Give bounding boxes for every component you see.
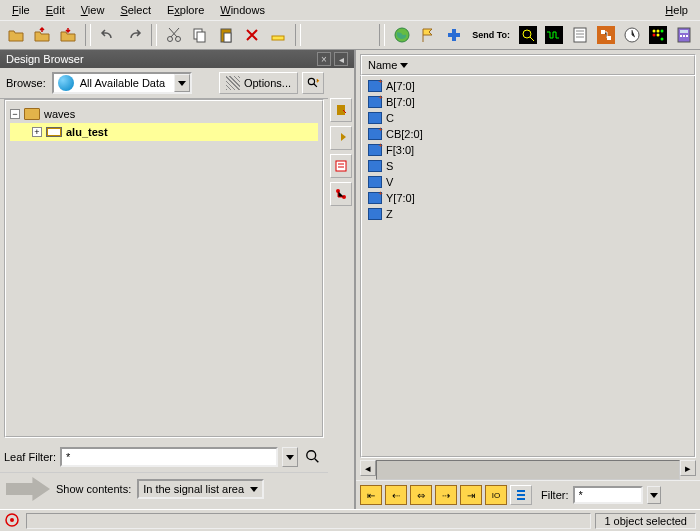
highlight-button[interactable] xyxy=(266,23,290,47)
tree-child-row[interactable]: + alu_test xyxy=(10,123,318,141)
status-selection: 1 object selected xyxy=(595,513,696,529)
menu-view[interactable]: View xyxy=(73,2,113,18)
signal-label: V xyxy=(386,176,393,188)
signal-list[interactable]: A[7:0]B[7:0]CCB[2:0]F[3:0]SVY[7:0]Z xyxy=(360,76,696,458)
redo-button[interactable] xyxy=(122,23,146,47)
send-wave-button[interactable] xyxy=(542,23,566,47)
signal-list-panel: Name A[7:0]B[7:0]CCB[2:0]F[3:0]SVY[7:0]Z… xyxy=(356,50,700,509)
scroll-right-button[interactable]: ▸ xyxy=(680,460,696,476)
sendto-label: Send To: xyxy=(472,30,510,40)
side-button-column xyxy=(328,68,354,509)
svg-rect-30 xyxy=(336,161,346,171)
signal-label: C xyxy=(386,112,394,124)
send-block-button[interactable] xyxy=(594,23,618,47)
menu-explore[interactable]: Explore xyxy=(159,2,212,18)
svg-point-22 xyxy=(661,38,664,41)
signal-row[interactable]: S xyxy=(364,158,692,174)
menu-file[interactable]: File xyxy=(4,2,38,18)
open-up-button[interactable] xyxy=(30,23,54,47)
chevron-down-icon[interactable] xyxy=(174,74,190,92)
signal-row[interactable]: C xyxy=(364,110,692,126)
svg-point-29 xyxy=(307,451,316,460)
scroll-left-button[interactable]: ◂ xyxy=(360,460,376,476)
paste-button[interactable] xyxy=(214,23,238,47)
signal-row[interactable]: CB[2:0] xyxy=(364,126,692,142)
nav-last-button[interactable]: ⇥ xyxy=(460,485,482,505)
globe-icon xyxy=(58,75,74,91)
collapse-icon[interactable]: − xyxy=(10,109,20,119)
nav-prev-button[interactable]: ⇠ xyxy=(385,485,407,505)
scroll-track[interactable] xyxy=(376,460,680,480)
leaf-filter-search-button[interactable] xyxy=(302,446,324,468)
signal-row[interactable]: Y[7:0] xyxy=(364,190,692,206)
signal-row[interactable]: Z xyxy=(364,206,692,222)
svg-point-19 xyxy=(661,30,664,33)
status-icon[interactable] xyxy=(4,512,22,530)
chevron-down-icon xyxy=(250,487,258,492)
flag-tool-button[interactable] xyxy=(416,23,440,47)
svg-point-28 xyxy=(308,78,314,84)
panel-collapse-icon[interactable]: ◂ xyxy=(334,52,348,66)
signal-label: B[7:0] xyxy=(386,96,415,108)
send-search-button[interactable] xyxy=(516,23,540,47)
search-scope-button[interactable] xyxy=(302,72,324,94)
cut-button[interactable] xyxy=(162,23,186,47)
delete-button[interactable] xyxy=(240,23,264,47)
side-btn-2[interactable] xyxy=(330,126,352,150)
globe-tool-button[interactable] xyxy=(390,23,414,47)
options-button[interactable]: Options... xyxy=(219,72,298,94)
browse-combo[interactable]: All Available Data xyxy=(52,72,192,94)
open-down-button[interactable] xyxy=(56,23,80,47)
tree-root-row[interactable]: − waves xyxy=(10,105,318,123)
signal-label: F[3:0] xyxy=(386,144,414,156)
filter-dropdown[interactable] xyxy=(647,486,661,504)
expand-icon[interactable]: + xyxy=(32,127,42,137)
undo-button[interactable] xyxy=(96,23,120,47)
horizontal-scrollbar[interactable]: ◂ ▸ xyxy=(360,460,696,480)
sort-desc-icon xyxy=(400,63,408,68)
tree-child-label: alu_test xyxy=(66,126,108,138)
nav-next-button[interactable]: ⇢ xyxy=(435,485,457,505)
folder-icon xyxy=(24,108,40,120)
nav-first-button[interactable]: ⇤ xyxy=(360,485,382,505)
menu-help[interactable]: Help xyxy=(657,2,696,18)
menu-edit[interactable]: Edit xyxy=(38,2,73,18)
nav-both-button[interactable]: ⇔ xyxy=(410,485,432,505)
send-doc-button[interactable] xyxy=(568,23,592,47)
side-btn-3[interactable] xyxy=(330,154,352,178)
signal-icon xyxy=(368,112,382,124)
signal-row[interactable]: A[7:0] xyxy=(364,78,692,94)
filter-config-button[interactable] xyxy=(510,485,532,505)
signal-row[interactable]: B[7:0] xyxy=(364,94,692,110)
filter-input[interactable] xyxy=(573,486,643,504)
nav-mark-button[interactable]: IO xyxy=(485,485,507,505)
signal-row[interactable]: F[3:0] xyxy=(364,142,692,158)
leaf-filter-row: Leaf Filter: xyxy=(0,442,328,472)
status-message xyxy=(26,513,591,529)
leaf-filter-dropdown[interactable] xyxy=(282,447,298,467)
tree-root-label: waves xyxy=(44,108,75,120)
show-contents-combo[interactable]: In the signal list area xyxy=(137,479,264,499)
name-column-header[interactable]: Name xyxy=(360,54,696,76)
add-tool-button[interactable] xyxy=(442,23,466,47)
send-measure-button[interactable] xyxy=(620,23,644,47)
menu-windows[interactable]: Windows xyxy=(212,2,273,18)
send-calc-button[interactable] xyxy=(672,23,696,47)
leaf-filter-input[interactable] xyxy=(60,447,278,467)
copy-button[interactable] xyxy=(188,23,212,47)
signal-label: Y[7:0] xyxy=(386,192,415,204)
side-btn-1[interactable] xyxy=(330,98,352,122)
bus-signal-icon xyxy=(368,192,382,204)
panel-close-icon[interactable]: × xyxy=(317,52,331,66)
menu-bar: File Edit View Select Explore Windows He… xyxy=(0,0,700,20)
signal-icon xyxy=(368,208,382,220)
side-btn-4[interactable] xyxy=(330,182,352,206)
svg-rect-14 xyxy=(607,36,611,40)
svg-rect-24 xyxy=(680,30,688,33)
open-button[interactable] xyxy=(4,23,28,47)
svg-point-17 xyxy=(653,30,656,33)
menu-select[interactable]: Select xyxy=(112,2,159,18)
send-matrix-button[interactable] xyxy=(646,23,670,47)
tree-area[interactable]: − waves + alu_test xyxy=(4,99,324,438)
signal-row[interactable]: V xyxy=(364,174,692,190)
